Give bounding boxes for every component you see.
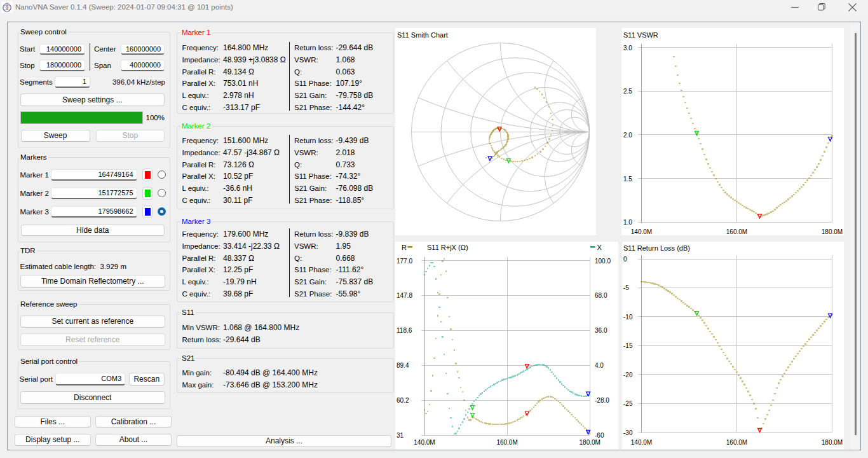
svg-text:1.0: 1.0	[623, 219, 632, 226]
svg-text:0: 0	[623, 256, 627, 263]
svg-text:1.5: 1.5	[623, 176, 632, 183]
svg-text:160.0M: 160.0M	[726, 228, 747, 235]
svg-text:160.0M: 160.0M	[726, 439, 747, 446]
svg-text:-25: -25	[623, 400, 633, 407]
svg-text:177.0: 177.0	[397, 258, 412, 265]
svg-text:S11 Smith Chart: S11 Smith Chart	[397, 31, 448, 39]
svg-text:60.2: 60.2	[397, 397, 409, 404]
svg-text:140.0M: 140.0M	[414, 439, 435, 446]
svg-text:147.8: 147.8	[397, 292, 412, 299]
svg-text:-5: -5	[623, 284, 629, 291]
svg-text:S11 VSWR: S11 VSWR	[623, 31, 658, 39]
svg-text:-15: -15	[623, 342, 633, 349]
svg-text:160.0M: 160.0M	[496, 439, 517, 446]
svg-text:-20: -20	[623, 371, 633, 378]
svg-text:180.0M: 180.0M	[822, 228, 843, 235]
svg-text:68.0: 68.0	[595, 292, 607, 299]
svg-text:-60: -60	[595, 432, 604, 439]
svg-text:118.6: 118.6	[397, 327, 412, 334]
svg-text:180.0M: 180.0M	[822, 439, 843, 446]
svg-text:S11 R+jX (Ω): S11 R+jX (Ω)	[427, 244, 468, 251]
svg-text:2.5: 2.5	[623, 88, 632, 95]
svg-text:31: 31	[397, 432, 404, 439]
svg-text:X: X	[597, 244, 602, 251]
svg-text:2.0: 2.0	[623, 132, 632, 139]
svg-text:140.0M: 140.0M	[631, 439, 652, 446]
svg-text:-10: -10	[623, 314, 633, 321]
svg-text:3.0: 3.0	[623, 45, 632, 52]
svg-text:140.0M: 140.0M	[631, 228, 652, 235]
svg-text:R: R	[402, 244, 407, 251]
svg-text:4.0: 4.0	[595, 362, 604, 369]
svg-text:S11 Return Loss (dB): S11 Return Loss (dB)	[623, 244, 690, 252]
svg-text:36.0: 36.0	[595, 327, 607, 334]
svg-text:89.4: 89.4	[397, 362, 409, 369]
svg-text:-28.0: -28.0	[595, 397, 609, 404]
svg-text:180.0M: 180.0M	[580, 439, 600, 446]
svg-text:100.0: 100.0	[595, 258, 611, 265]
svg-text:-30: -30	[623, 429, 633, 436]
